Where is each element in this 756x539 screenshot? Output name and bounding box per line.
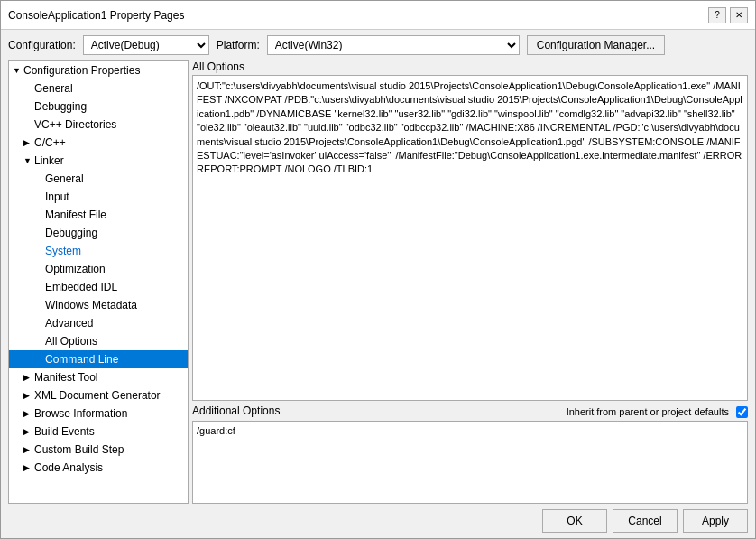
title-bar: ConsoleApplication1 Property Pages ? ✕ <box>1 1 755 30</box>
tree-item-label: Configuration Properties <box>23 64 140 77</box>
tree-item-linker-debugging[interactable]: Debugging <box>9 224 188 242</box>
tree-item-label: Optimization <box>45 263 106 275</box>
dialog-title: ConsoleApplication1 Property Pages <box>8 9 184 22</box>
tree-item-manifest-file[interactable]: Manifest File <box>9 206 188 224</box>
tree-item-linker[interactable]: ▼ Linker <box>9 152 188 170</box>
tree-item-linker-general[interactable]: General <box>9 170 188 188</box>
expand-arrow: ▶ <box>23 409 32 418</box>
main-content: ▼ Configuration Properties General Debug… <box>1 60 755 504</box>
tree-item-xml-doc-gen[interactable]: ▶ XML Document Generator <box>9 386 188 404</box>
title-bar-buttons: ? ✕ <box>708 7 748 23</box>
inherit-container: Inherit from parent or project defaults <box>567 406 748 418</box>
tree-item-label: Linker <box>34 154 64 167</box>
tree-item-label: Debugging <box>45 227 97 239</box>
tree-item-label: Embedded IDL <box>45 281 117 293</box>
platform-label: Platform: <box>217 39 260 51</box>
tree-item-label: Advanced <box>45 317 93 330</box>
expand-arrow: ▶ <box>23 463 32 472</box>
config-label: Configuration: <box>8 39 76 51</box>
cancel-button[interactable]: Cancel <box>613 509 678 533</box>
tree-item-label: Windows Metadata <box>45 299 137 311</box>
bottom-buttons: OK Cancel Apply <box>1 504 755 538</box>
tree-item-custom-build-step[interactable]: ▶ Custom Build Step <box>9 441 188 459</box>
additional-options-label: Additional Options <box>192 404 280 417</box>
all-options-label: All Options <box>192 60 748 73</box>
help-button[interactable]: ? <box>708 7 726 23</box>
expand-arrow: ▶ <box>23 373 32 382</box>
tree-item-label: Manifest File <box>45 209 106 221</box>
additional-options-textarea[interactable] <box>192 421 748 504</box>
apply-button[interactable]: Apply <box>683 509 748 533</box>
inherit-label: Inherit from parent or project defaults <box>567 406 729 417</box>
configuration-manager-button[interactable]: Configuration Manager... <box>527 35 665 55</box>
tree-item-label: Browse Information <box>34 407 127 420</box>
tree-item-label: General <box>45 172 84 185</box>
tree-item-system[interactable]: System <box>9 242 188 260</box>
tree-item-code-analysis[interactable]: ▶ Code Analysis <box>9 459 188 477</box>
expand-arrow: ▶ <box>23 138 32 147</box>
tree-item-label: C/C++ <box>34 136 66 149</box>
tree-item-label: Build Events <box>34 425 95 438</box>
configuration-select[interactable]: Active(Debug) <box>83 35 209 55</box>
right-panel: All Options /OUT:"c:\users\divyabh\docum… <box>192 60 748 504</box>
tree-item-advanced[interactable]: Advanced <box>9 314 188 332</box>
tree-item-label: General <box>34 82 73 95</box>
tree-item-label: Custom Build Step <box>34 443 124 456</box>
tree-item-label: System <box>45 245 81 257</box>
expand-arrow: ▶ <box>23 445 32 454</box>
tree-item-vc-directories[interactable]: VC++ Directories <box>9 116 188 134</box>
tree-item-cpp[interactable]: ▶ C/C++ <box>9 134 188 152</box>
tree-item-label: All Options <box>45 335 97 348</box>
expand-arrow: ▶ <box>23 391 32 400</box>
expand-arrow: ▼ <box>13 66 22 75</box>
ok-button[interactable]: OK <box>542 509 607 533</box>
tree-item-label: XML Document Generator <box>34 389 161 402</box>
tree-item-label: Code Analysis <box>34 461 103 474</box>
tree-item-label: Debugging <box>34 100 87 113</box>
tree-item-label: Manifest Tool <box>34 371 97 384</box>
tree-item-build-events[interactable]: ▶ Build Events <box>9 423 188 441</box>
tree-item-embedded-idl[interactable]: Embedded IDL <box>9 278 188 296</box>
tree-item-browse-info[interactable]: ▶ Browse Information <box>9 404 188 423</box>
tree-item-linker-input[interactable]: Input <box>9 188 188 206</box>
inherit-checkbox[interactable] <box>736 406 748 418</box>
tree-item-optimization[interactable]: Optimization <box>9 260 188 278</box>
config-row: Configuration: Active(Debug) Platform: A… <box>1 30 755 60</box>
tree-item-all-options[interactable]: All Options <box>9 332 188 350</box>
all-options-content: /OUT:"c:\users\divyabh\documents\visual … <box>192 75 748 401</box>
additional-header: Additional Options Inherit from parent o… <box>192 404 748 419</box>
tree-item-debugging-top[interactable]: Debugging <box>9 98 188 116</box>
expand-arrow: ▶ <box>23 427 32 436</box>
tree-panel: ▼ Configuration Properties General Debug… <box>8 60 189 504</box>
all-options-box: All Options /OUT:"c:\users\divyabh\docum… <box>192 60 748 401</box>
tree-item-general[interactable]: General <box>9 79 188 98</box>
additional-options-section: Additional Options Inherit from parent o… <box>192 404 748 504</box>
close-button[interactable]: ✕ <box>730 7 748 23</box>
tree-item-label: Input <box>45 191 69 203</box>
platform-select[interactable]: Active(Win32) <box>267 35 520 55</box>
tree-item-windows-metadata[interactable]: Windows Metadata <box>9 296 188 314</box>
expand-arrow: ▼ <box>23 156 32 165</box>
dialog: ConsoleApplication1 Property Pages ? ✕ C… <box>0 0 756 539</box>
tree-item-command-line[interactable]: Command Line <box>9 350 188 368</box>
tree-item-config-properties[interactable]: ▼ Configuration Properties <box>9 61 188 79</box>
tree-item-label: Command Line <box>45 353 118 366</box>
tree-item-label: VC++ Directories <box>34 118 116 131</box>
tree-item-manifest-tool[interactable]: ▶ Manifest Tool <box>9 368 188 386</box>
